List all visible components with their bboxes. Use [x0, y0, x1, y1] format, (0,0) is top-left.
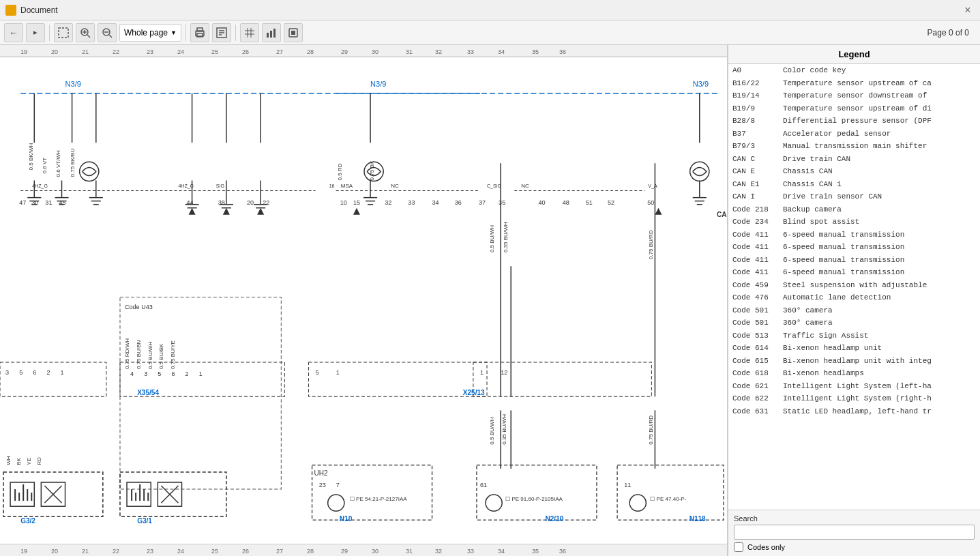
svg-text:31: 31 [406, 548, 413, 555]
svg-text:28: 28 [307, 548, 314, 555]
component-button[interactable] [284, 23, 303, 42]
legend-item[interactable]: B79/3Manual transmission main shifter [728, 140, 980, 153]
svg-text:1: 1 [199, 370, 203, 377]
chart-button[interactable] [262, 23, 281, 42]
legend-item-code: Code 411 [732, 242, 780, 253]
grid-button[interactable] [240, 23, 259, 42]
svg-text:20: 20 [51, 48, 58, 55]
legend-item[interactable]: Code 4116-speed manual transmission [728, 229, 980, 242]
legend-item[interactable]: Code 234Blind spot assist [728, 216, 980, 229]
svg-text:35: 35 [499, 199, 505, 206]
legend-item-code: Code 476 [732, 292, 780, 304]
codes-only-label[interactable]: Codes only [747, 543, 785, 551]
svg-rect-124 [617, 465, 724, 520]
search-input[interactable] [734, 525, 975, 540]
svg-text:Code U43: Code U43 [125, 304, 153, 310]
legend-item-desc: Automatic lane detection [783, 292, 891, 304]
svg-marker-155 [189, 208, 196, 215]
legend-item[interactable]: Code 4116-speed manual transmission [728, 254, 980, 267]
legend-item[interactable]: Code 621Intelligent Light System (left-h… [728, 380, 980, 393]
codes-only-checkbox[interactable] [734, 542, 743, 552]
legend-item[interactable]: CAN CDrive train CAN [728, 153, 980, 166]
legend-item[interactable]: B19/9Temperature sensor upstream of di [728, 102, 980, 115]
legend-item[interactable]: B28/8Differential pressure sensor (DPF [728, 115, 980, 128]
svg-text:0.75 BU/BN: 0.75 BU/BN [136, 340, 142, 369]
svg-text:0.6 VT/WH: 0.6 VT/WH [55, 150, 61, 177]
legend-item-desc: Backup camera [783, 204, 842, 216]
legend-item[interactable]: B37Accelerator pedal sensor [728, 128, 980, 141]
svg-text:0.5 BU/WH: 0.5 BU/WH [147, 342, 153, 369]
legend-item[interactable]: Code 618Bi-xenon headlamps [728, 367, 980, 380]
svg-text:34: 34 [432, 199, 439, 206]
svg-text:34: 34 [498, 548, 505, 555]
svg-text:22: 22 [263, 199, 269, 206]
svg-marker-158 [353, 208, 360, 215]
legend-item[interactable]: Code 631Static LED headlamp, left-hand t… [728, 405, 980, 418]
legend-item-code: Code 411 [732, 229, 780, 241]
legend-item[interactable]: Code 476Automatic lane detection [728, 291, 980, 304]
svg-text:32: 32 [435, 48, 442, 55]
svg-text:33: 33 [408, 199, 415, 206]
legend-item[interactable]: Code 4116-speed manual transmission [728, 241, 980, 254]
legend-item-code: Code 631 [732, 406, 780, 418]
title-bar: Document × [0, 0, 980, 20]
main-layout: 19 20 21 22 23 24 25 26 27 28 29 30 31 3… [0, 45, 980, 556]
legend-item[interactable]: Code 501360° camera [728, 304, 980, 317]
svg-text:51: 51 [586, 199, 593, 206]
legend-item[interactable]: Code 501360° camera [728, 317, 980, 330]
legend-item[interactable]: Code 218Backup camera [728, 203, 980, 216]
svg-text:20: 20 [51, 548, 58, 555]
svg-marker-159 [655, 208, 662, 215]
zoom-out-button[interactable] [98, 23, 117, 42]
legend-item[interactable]: Code 622Intelligent Light System (right-… [728, 392, 980, 405]
legend-item-code: B28/8 [732, 115, 780, 127]
legend-item[interactable]: Code 459Steel suspension with adjustable [728, 279, 980, 292]
legend-item[interactable]: Code 614Bi-xenon headlamp unit [728, 342, 980, 355]
dropdown-arrow-icon: ▼ [170, 29, 177, 36]
legend-item[interactable]: Code 615Bi-xenon headlamp unit with inte… [728, 355, 980, 368]
legend-item-desc: Chassis CAN 1 [783, 179, 842, 190]
legend-item[interactable]: Code 513Traffic Sign Assist [728, 330, 980, 342]
legend-item-desc: 360° camera [783, 317, 833, 329]
svg-text:UH2: UH2 [314, 469, 329, 477]
ruler-top: 19 20 21 22 23 24 25 26 27 28 29 30 31 3… [0, 45, 727, 57]
svg-text:3: 3 [5, 369, 9, 376]
svg-text:44: 44 [187, 199, 194, 206]
svg-text:0.5 BU/BK: 0.5 BU/BK [158, 343, 164, 369]
legend-item-desc: 6-speed manual transmission [783, 242, 904, 253]
svg-rect-19 [267, 33, 269, 38]
legend-item[interactable]: B19/14Temperature sensor downstream of [728, 89, 980, 102]
print-button[interactable] [190, 23, 209, 42]
window-title: Document [20, 5, 58, 15]
legend-item[interactable]: Code 4116-speed manual transmission [728, 266, 980, 279]
legend-item[interactable]: CAN IDrive train sensor CAN [728, 190, 980, 203]
close-button[interactable]: × [961, 3, 975, 17]
legend-item-desc: 6-speed manual transmission [783, 229, 904, 241]
legend-item[interactable]: B16/22Temperature sensor upstream of ca [728, 77, 980, 90]
svg-text:31: 31 [406, 48, 413, 55]
legend-list[interactable]: A0Color code keyB16/22Temperature sensor… [728, 64, 980, 510]
diagram-svg[interactable]: N3/9 N3/9 N3/9 [0, 57, 727, 544]
svg-text:N2/10: N2/10 [546, 515, 564, 523]
select-button[interactable] [54, 23, 73, 42]
svg-text:V_A: V_A [648, 184, 657, 189]
toolbar-sep-1 [49, 25, 50, 41]
view-dropdown[interactable]: Whole page ▼ [119, 24, 181, 42]
export-button[interactable] [212, 23, 231, 42]
svg-text:0.5 BK/WH: 0.5 BK/WH [28, 143, 34, 171]
diagram-area[interactable]: 19 20 21 22 23 24 25 26 27 28 29 30 31 3… [0, 45, 728, 556]
svg-text:36: 36 [559, 548, 566, 555]
svg-text:0.6 VT: 0.6 VT [42, 158, 48, 174]
svg-text:☐ PE 54.21-P-2127IAA: ☐ PE 54.21-P-2127IAA [350, 496, 407, 502]
legend-item[interactable]: CAN EChassis CAN [728, 165, 980, 178]
legend-item[interactable]: CAN E1Chassis CAN 1 [728, 178, 980, 191]
back-button[interactable]: ← [4, 23, 23, 42]
zoom-in-button[interactable] [76, 23, 95, 42]
svg-rect-133 [127, 482, 151, 506]
legend-item-code: CAN E [732, 166, 780, 177]
forward-button[interactable]: ▸ [26, 23, 45, 42]
svg-text:29: 29 [341, 548, 348, 555]
legend-item[interactable]: A0Color code key [728, 64, 980, 77]
svg-rect-10 [197, 33, 203, 37]
svg-text:48: 48 [563, 199, 569, 206]
